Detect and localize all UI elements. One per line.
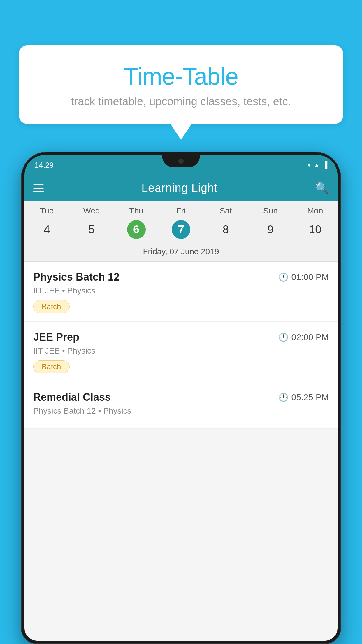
clock-icon-0: 🕐 bbox=[278, 272, 289, 282]
day-name-mon: Mon bbox=[293, 206, 338, 216]
app-header-title: Learning Light bbox=[141, 181, 217, 195]
schedule-item-time-2: 🕐 05:25 PM bbox=[278, 392, 329, 402]
batch-tag-1: Batch bbox=[33, 360, 70, 373]
day-numbers-row: 45678910 bbox=[24, 218, 338, 244]
schedule-item-header-0: Physics Batch 12 🕐 01:00 PM bbox=[33, 271, 329, 283]
day-name-sat: Sat bbox=[203, 206, 248, 216]
speech-bubble-container: Time-Table track timetable, upcoming cla… bbox=[19, 45, 343, 124]
day-number-4[interactable]: 4 bbox=[24, 223, 69, 236]
schedule-item-time-0: 🕐 01:00 PM bbox=[278, 272, 329, 282]
hamburger-menu-button[interactable] bbox=[33, 184, 44, 192]
schedule-item-time-1: 🕐 02:00 PM bbox=[278, 332, 329, 342]
signal-icon: ▲ bbox=[314, 161, 320, 169]
status-bar: 14:29 ▾ ▲ ▐ bbox=[24, 155, 338, 175]
app-title-heading: Time-Table bbox=[31, 63, 331, 90]
day-number-8[interactable]: 8 bbox=[203, 223, 248, 236]
camera-dot bbox=[178, 159, 184, 164]
day-name-tue: Tue bbox=[24, 206, 69, 216]
schedule-item-name-0: Physics Batch 12 bbox=[33, 271, 120, 283]
day-name-thu: Thu bbox=[114, 206, 159, 216]
wifi-icon: ▾ bbox=[307, 161, 311, 169]
selected-date-label: Friday, 07 June 2019 bbox=[24, 244, 338, 261]
batch-tag-0: Batch bbox=[33, 300, 70, 313]
day-number-10[interactable]: 10 bbox=[293, 223, 338, 236]
calendar-strip: TueWedThuFriSatSunMon 45678910 Friday, 0… bbox=[24, 201, 338, 262]
schedule-item-header-2: Remedial Class 🕐 05:25 PM bbox=[33, 391, 329, 403]
day-number-9[interactable]: 9 bbox=[248, 223, 293, 236]
schedule-item-sub-0: IIT JEE • Physics bbox=[33, 286, 329, 295]
battery-icon: ▐ bbox=[323, 161, 327, 169]
schedule-item-2[interactable]: Remedial Class 🕐 05:25 PM Physics Batch … bbox=[24, 382, 338, 429]
day-name-sun: Sun bbox=[248, 206, 293, 216]
clock-icon-1: 🕐 bbox=[278, 332, 289, 342]
day-number-6[interactable]: 6 bbox=[114, 220, 159, 239]
phone-notch bbox=[162, 155, 200, 167]
app-subtitle: track timetable, upcoming classes, tests… bbox=[31, 95, 331, 108]
status-time: 14:29 bbox=[35, 161, 54, 170]
day-name-fri: Fri bbox=[159, 206, 203, 216]
schedule-item-1[interactable]: JEE Prep 🕐 02:00 PM IIT JEE • Physics Ba… bbox=[24, 322, 338, 382]
schedule-item-name-1: JEE Prep bbox=[33, 331, 79, 343]
schedule-list: Physics Batch 12 🕐 01:00 PM IIT JEE • Ph… bbox=[24, 262, 338, 429]
schedule-item-0[interactable]: Physics Batch 12 🕐 01:00 PM IIT JEE • Ph… bbox=[24, 262, 338, 322]
day-number-5[interactable]: 5 bbox=[69, 223, 114, 236]
clock-icon-2: 🕐 bbox=[278, 393, 289, 402]
schedule-item-sub-1: IIT JEE • Physics bbox=[33, 346, 329, 356]
day-number-7[interactable]: 7 bbox=[159, 220, 203, 239]
phone-screen: Learning Light 🔍 TueWedThuFriSatSunMon 4… bbox=[24, 175, 338, 640]
speech-bubble: Time-Table track timetable, upcoming cla… bbox=[19, 45, 343, 124]
schedule-item-sub-2: Physics Batch 12 • Physics bbox=[33, 406, 329, 416]
schedule-item-name-2: Remedial Class bbox=[33, 391, 111, 403]
app-header: Learning Light 🔍 bbox=[24, 175, 338, 201]
search-icon[interactable]: 🔍 bbox=[315, 182, 329, 195]
status-icons: ▾ ▲ ▐ bbox=[307, 161, 327, 169]
day-names-row: TueWedThuFriSatSunMon bbox=[24, 201, 338, 218]
phone-frame: 14:29 ▾ ▲ ▐ Learning Light 🔍 TueWedThuFr… bbox=[21, 152, 341, 644]
schedule-item-header-1: JEE Prep 🕐 02:00 PM bbox=[33, 331, 329, 343]
day-name-wed: Wed bbox=[69, 206, 114, 216]
